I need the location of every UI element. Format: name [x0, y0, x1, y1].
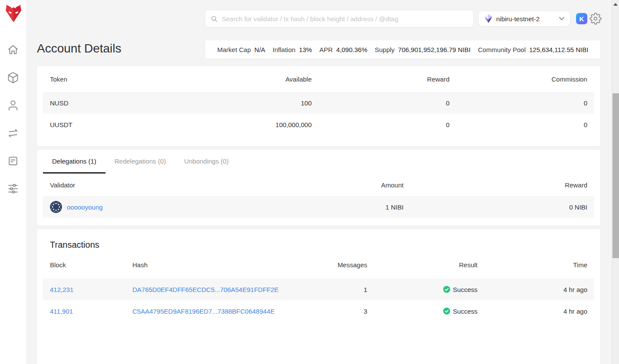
table-row: 411,901 C5AA4795ED9AF8196ED7...7388BFC06… [43, 300, 594, 322]
staking-icon[interactable] [7, 99, 19, 111]
table-row: oooooyoung 1 NIBI 0 NIBI [43, 196, 594, 218]
stat-inflation: Inflation 13% [273, 46, 312, 53]
success-check-icon [443, 286, 450, 293]
chevron-down-icon [559, 17, 564, 20]
tx-hash-link[interactable]: C5AA4795ED9AF8196ED7...7388BFC0648944E [132, 308, 275, 315]
blocks-icon[interactable] [7, 72, 19, 84]
transactions-card: Transactions Block Hash Messages Result … [37, 229, 600, 364]
tab-delegations[interactable]: Delegations (1) [43, 150, 105, 174]
chain-name: nibiru-testnet-2 [496, 15, 555, 23]
transactions-table-header: Block Hash Messages Result Time [43, 251, 594, 279]
app-logo-icon[interactable] [5, 4, 22, 23]
token-available: 100,000,000 [181, 121, 319, 128]
tokens-card: Token Available Reward Commission NUSD 1… [37, 66, 600, 146]
token-commission: 0 [457, 121, 595, 128]
sidebar [0, 0, 26, 364]
vertical-scrollbar[interactable] [612, 0, 619, 364]
tx-time: 4 hr ago [484, 286, 594, 293]
stat-market-cap: Market Cap N/A [217, 46, 266, 53]
validator-avatar [50, 201, 62, 213]
keplr-wallet-button[interactable]: K [576, 13, 587, 24]
stat-apr: APR 4,090.36% [319, 46, 368, 53]
tab-redelegations[interactable]: Redelegations (0) [105, 150, 175, 174]
stat-supply: Supply 706,901,952,196.79 NIBI [375, 46, 471, 53]
delegation-amount: 1 NIBI [227, 203, 410, 211]
settings-gear-icon[interactable] [589, 13, 602, 25]
delegations-table-header: Validator Amount Reward [43, 174, 594, 196]
success-check-icon [443, 308, 450, 315]
chain-stats-bar: Market Cap N/A Inflation 13% APR 4,090.3… [205, 40, 600, 59]
token-commission: 0 [457, 99, 595, 107]
delegations-tabs: Delegations (1) Redelegations (0) Unbond… [43, 150, 594, 174]
scrollbar-thumb[interactable] [612, 93, 619, 258]
validator-link[interactable]: oooooyoung [67, 203, 103, 211]
search-input[interactable] [222, 15, 468, 23]
tx-result-label: Success [453, 308, 477, 315]
tokens-table-header: Token Available Reward Commission [43, 66, 594, 92]
search-icon [211, 15, 218, 23]
transactions-icon[interactable] [7, 127, 19, 139]
delegations-card: Delegations (1) Redelegations (0) Unbond… [37, 150, 600, 226]
chain-selector[interactable]: nibiru-testnet-2 [479, 11, 570, 26]
tx-hash-link[interactable]: DA765D0EF4DFF65ECDC5...706A54E91FDFF2E [132, 286, 279, 293]
sidebar-nav [0, 44, 26, 195]
transactions-title: Transactions [43, 229, 594, 251]
block-link[interactable]: 411,901 [50, 308, 73, 315]
parameters-icon[interactable] [7, 183, 19, 195]
tx-time: 4 hr ago [484, 308, 594, 315]
governance-icon[interactable] [7, 155, 19, 167]
tab-unbondings[interactable]: Unbondings (0) [175, 150, 238, 174]
token-available: 100 [181, 99, 319, 107]
tx-result: Success [374, 286, 484, 293]
tx-result-label: Success [453, 286, 477, 293]
tx-messages: 3 [282, 308, 374, 315]
token-name: NUSD [43, 99, 181, 107]
block-link[interactable]: 412,231 [50, 286, 73, 293]
stat-community-pool: Community Pool 125,634,112.55 NIBI [478, 46, 589, 53]
search-bar [205, 10, 473, 27]
token-name: UUSDT [43, 121, 181, 128]
token-reward: 0 [319, 99, 457, 107]
tx-result: Success [374, 308, 484, 315]
delegation-reward: 0 NIBI [411, 203, 594, 211]
table-row: NUSD 100 0 0 [43, 92, 594, 114]
token-reward: 0 [319, 121, 457, 128]
page-title: Account Details [37, 42, 122, 56]
table-row: UUSDT 100,000,000 0 0 [43, 114, 594, 135]
chain-logo-icon [484, 14, 492, 23]
scrollbar-up-arrow-icon[interactable] [613, 3, 618, 6]
table-row: 412,231 DA765D0EF4DFF65ECDC5...706A54E91… [43, 279, 594, 300]
tx-messages: 1 [282, 286, 374, 293]
home-icon[interactable] [7, 44, 19, 56]
